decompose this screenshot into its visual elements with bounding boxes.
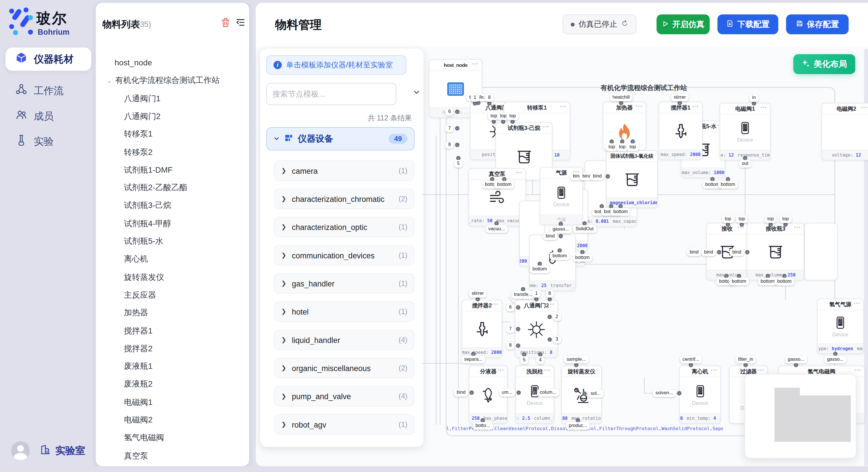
port-label[interactable]: 6: [445, 108, 454, 115]
port-label[interactable]: produc...: [566, 422, 590, 430]
port-label[interactable]: bottom: [774, 278, 794, 285]
node-menu-icon[interactable]: •••: [542, 125, 549, 129]
port-label[interactable]: bottom: [718, 181, 738, 189]
canvas-node[interactable]: max_volume: 25transfer_rate: 10: [529, 235, 576, 291]
port-label[interactable]: top: [765, 215, 777, 223]
node-menu-icon[interactable]: •••: [544, 368, 551, 372]
node-menu-icon[interactable]: •••: [761, 105, 767, 110]
port-label[interactable]: separa...: [461, 356, 485, 363]
material-item[interactable]: 试剂瓶4-甲醇: [96, 214, 249, 232]
port-label[interactable]: top: [507, 112, 519, 120]
material-item[interactable]: 转移泵1: [96, 125, 249, 143]
port-label[interactable]: top: [722, 215, 734, 223]
port-label[interactable]: bottom: [611, 208, 630, 216]
port-label[interactable]: 2: [553, 313, 561, 321]
port-label[interactable]: vacuu...: [486, 225, 508, 233]
refresh-icon[interactable]: [621, 20, 628, 29]
port-handle-icon[interactable]: ›: [678, 101, 682, 105]
trash-icon[interactable]: [220, 17, 231, 30]
port-label[interactable]: SolidOut: [572, 225, 596, 233]
canvas-node[interactable]: 真空泵•••pump_rate: 50max_vacuum: 0.1: [468, 168, 526, 226]
avatar[interactable]: [11, 441, 30, 460]
material-item[interactable]: 转移泵2: [96, 143, 249, 161]
canvas-node[interactable]: 固体试剂瓶3-氯化镁•••agent: magnesium_chlorideph…: [606, 150, 658, 208]
port-handle-icon[interactable]: ‹: [516, 343, 520, 348]
port-label[interactable]: bind: [543, 232, 557, 240]
port-handle-icon[interactable]: ‹: [582, 392, 587, 396]
port-handle-icon[interactable]: ›: [743, 363, 748, 367]
lab-label[interactable]: 实验室: [55, 444, 85, 458]
canvas-node[interactable]: 电磁阀2•••voltage: 12: [822, 103, 868, 161]
material-item[interactable]: 废液瓶2: [96, 375, 249, 393]
material-item[interactable]: ⌄有机化学流程综合测试工作站: [96, 71, 249, 89]
sidebar-item-experiments[interactable]: 实验: [5, 130, 91, 153]
node-menu-icon[interactable]: •••: [516, 170, 523, 175]
material-item[interactable]: 八通阀门1: [96, 90, 249, 107]
node-menu-icon[interactable]: •••: [492, 302, 499, 307]
port-label[interactable]: sample...: [564, 356, 589, 363]
material-item[interactable]: 试剂瓶3-己烷: [96, 196, 249, 214]
port-label[interactable]: bind: [701, 248, 716, 256]
node-menu-icon[interactable]: •••: [794, 225, 801, 230]
port-label[interactable]: transfe...: [511, 291, 535, 299]
port-handle-icon[interactable]: ‹: [606, 174, 610, 178]
minimap[interactable]: [745, 374, 857, 459]
port-label[interactable]: 6: [506, 304, 515, 311]
material-item[interactable]: 离心机: [96, 250, 249, 268]
port-label[interactable]: top: [627, 143, 639, 151]
material-item[interactable]: 主反应器: [96, 286, 249, 304]
node-menu-icon[interactable]: •••: [710, 368, 717, 372]
port-handle-icon[interactable]: ‹: [455, 126, 459, 131]
port-label[interactable]: gasso...: [825, 356, 846, 363]
port-label[interactable]: 1: [471, 94, 479, 102]
port-label[interactable]: stirrer: [469, 290, 487, 298]
port-handle-icon[interactable]: ›: [740, 222, 744, 227]
port-label[interactable]: solven...: [653, 390, 676, 397]
port-label[interactable]: botto...: [473, 422, 493, 430]
beautify-layout-button[interactable]: 美化布局: [794, 54, 856, 74]
node-menu-icon[interactable]: •••: [757, 368, 764, 372]
port-handle-icon[interactable]: ‹: [516, 391, 520, 395]
node-menu-icon[interactable]: •••: [472, 61, 479, 66]
port-label[interactable]: top: [780, 215, 792, 223]
node-menu-icon[interactable]: •••: [548, 302, 555, 307]
port-handle-icon[interactable]: ‹: [516, 327, 520, 331]
port-label[interactable]: filter_in: [735, 356, 756, 363]
port-label[interactable]: bind: [454, 389, 468, 397]
port-label[interactable]: bottom: [572, 254, 592, 262]
node-menu-icon[interactable]: •••: [854, 301, 860, 306]
material-item[interactable]: 旋转蒸发仪: [96, 268, 249, 286]
material-item[interactable]: 氢气电磁阀: [96, 429, 249, 446]
port-label[interactable]: 8: [445, 141, 454, 149]
port-handle-icon[interactable]: ‹: [455, 143, 459, 147]
port-handle-icon[interactable]: ‹: [455, 109, 459, 114]
port-handle-icon[interactable]: ›: [574, 363, 578, 367]
port-label[interactable]: 3: [553, 336, 561, 343]
port-label[interactable]: top: [736, 215, 748, 223]
port-label[interactable]: bottom: [550, 252, 569, 260]
port-label[interactable]: out: [739, 160, 751, 168]
port-handle-icon[interactable]: ›: [783, 222, 787, 227]
canvas-node[interactable]: 搅拌器2•••max_speed: 2000: [462, 300, 502, 358]
port-label[interactable]: sol...: [588, 390, 603, 398]
material-item[interactable]: 真空泵: [96, 447, 249, 465]
sidebar-item-members[interactable]: 成员: [5, 104, 91, 128]
port-label[interactable]: 8: [485, 94, 493, 102]
port-handle-icon[interactable]: ›: [473, 101, 477, 105]
material-item[interactable]: 搅拌器1: [96, 322, 249, 339]
port-label[interactable]: colum...: [537, 389, 559, 397]
port-handle-icon[interactable]: ›: [476, 297, 480, 301]
port-handle-icon[interactable]: ‹: [516, 305, 520, 310]
start-simulation-button[interactable]: 开启仿真: [656, 14, 710, 34]
port-label[interactable]: gasso...: [785, 356, 807, 363]
material-item[interactable]: 废液瓶1: [96, 357, 249, 375]
material-item[interactable]: 八通阀门2: [96, 107, 249, 125]
port-label[interactable]: in: [749, 94, 758, 102]
port-handle-icon[interactable]: ›: [534, 297, 538, 301]
canvas-node[interactable]: 氢气气源•••Devicegas_type: hydrogenmax_pre: [817, 299, 864, 354]
port-label[interactable]: bind: [687, 248, 701, 256]
port-label[interactable]: um...: [499, 389, 515, 397]
node-menu-icon[interactable]: •••: [592, 368, 598, 372]
save-config-button[interactable]: 保存配置: [786, 14, 849, 34]
material-item[interactable]: 电磁阀1: [96, 393, 249, 411]
